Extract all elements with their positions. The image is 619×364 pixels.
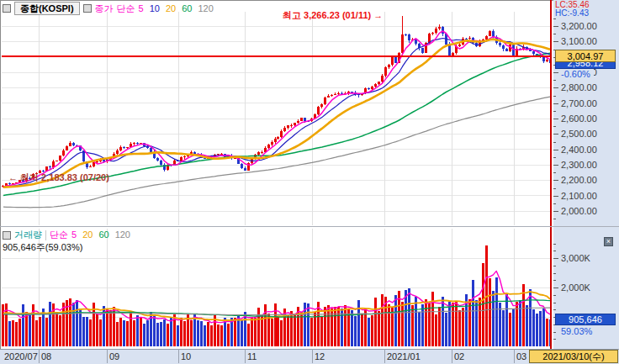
volume-axis-tick bbox=[553, 288, 558, 288]
x-axis-month-label: 12 bbox=[315, 351, 325, 361]
price-pane-legend[interactable]: 종합(KOSPI) 종가 단순 5102060120 bbox=[3, 2, 214, 15]
low-annotation: ← 최저 2,183.83 (07/20) bbox=[8, 171, 109, 184]
price-axis-tick bbox=[553, 103, 558, 104]
pane-separator[interactable] bbox=[0, 226, 619, 227]
price-axis-tick-label: 2,900.00 bbox=[561, 67, 597, 77]
price-axis-tick-label: 2,200.00 bbox=[561, 175, 597, 185]
volume-axis-tick bbox=[553, 339, 556, 340]
price-axis-tick bbox=[553, 188, 556, 189]
price-axis-tick bbox=[553, 87, 558, 88]
price-axis-tick bbox=[553, 18, 556, 19]
plot-right-border bbox=[550, 0, 552, 349]
time-axis-divider bbox=[514, 349, 515, 363]
price-axis-tick bbox=[553, 134, 558, 135]
ma-period-20-label[interactable]: 20 bbox=[82, 229, 93, 240]
price-ma-legend: 5102060120 bbox=[139, 3, 214, 14]
ma-period-60-label[interactable]: 60 bbox=[98, 229, 108, 240]
symbol-label[interactable]: 종합(KOSPI) bbox=[14, 2, 80, 15]
volume-name-label: 거래량 bbox=[14, 229, 42, 240]
price-axis-tick-label: 2,100.00 bbox=[561, 191, 597, 201]
volume-axis-tick bbox=[553, 303, 556, 303]
time-axis-divider bbox=[107, 349, 108, 363]
price-axis-tick bbox=[553, 50, 556, 50]
price-axis-tick bbox=[553, 180, 558, 181]
ma-period-60-label[interactable]: 60 bbox=[182, 3, 192, 14]
price-axis-tick-label: 2,300.00 bbox=[561, 160, 597, 170]
price-axis-labels: 3,200.003,100.003,000.002,900.002,800.00… bbox=[553, 0, 619, 227]
ma-period-20-label[interactable]: 20 bbox=[166, 3, 176, 14]
price-axis-tick-label: 2,400.00 bbox=[561, 145, 597, 155]
time-axis-divider bbox=[384, 349, 385, 363]
time-axis-divider bbox=[452, 349, 452, 363]
volume-axis-tick bbox=[553, 317, 558, 318]
price-axis-tick-label: 2,500.00 bbox=[561, 129, 597, 139]
legend-divider bbox=[45, 230, 46, 240]
chart-settings-icon[interactable] bbox=[3, 4, 11, 13]
indicator-settings-icon[interactable] bbox=[83, 4, 92, 13]
right-arrow-icon: → bbox=[373, 10, 383, 20]
volume-axis-tick bbox=[553, 273, 556, 274]
ma-period-5-label[interactable]: 5 bbox=[71, 229, 77, 240]
x-axis-month-label: 11 bbox=[247, 351, 257, 361]
volume-axis-tick bbox=[553, 244, 556, 245]
x-axis-month-label: 09 bbox=[109, 351, 119, 361]
left-arrow-icon: ← bbox=[8, 172, 18, 182]
volume-axis-tick bbox=[553, 324, 556, 325]
volume-axis-tick bbox=[553, 280, 556, 281]
volume-axis-tick bbox=[553, 251, 556, 251]
volume-axis-tick-label: 3,000K bbox=[561, 253, 590, 263]
price-axis-tick bbox=[553, 142, 556, 143]
close-volume-pane-button[interactable]: × bbox=[604, 237, 613, 246]
price-axis-tick bbox=[553, 172, 556, 173]
ma-period-5-label[interactable]: 5 bbox=[139, 3, 144, 14]
high-annotation: 최고 3,266.23 (01/11) → bbox=[283, 9, 383, 22]
price-axis-tick bbox=[553, 41, 558, 42]
ma-period-120-label[interactable]: 120 bbox=[115, 229, 130, 240]
price-axis-tick-label: 3,000.00 bbox=[561, 52, 597, 62]
price-axis-tick bbox=[553, 203, 556, 204]
price-axis-tick bbox=[553, 80, 556, 81]
low-annotation-text: 최저 2,183.83 (07/20) bbox=[20, 172, 109, 182]
price-axis-tick bbox=[553, 26, 558, 27]
volume-axis-tick bbox=[553, 309, 556, 310]
price-axis-tick bbox=[553, 119, 558, 119]
x-axis-month-label: 2021/01 bbox=[387, 351, 421, 361]
price-axis-tick-label: 2,700.00 bbox=[561, 98, 597, 108]
time-axis-divider bbox=[39, 349, 40, 363]
volume-axis-tick-label: 2,000K bbox=[561, 282, 590, 293]
lc-hc-readout: LC:35.46 HC:-9.43 bbox=[555, 1, 590, 18]
price-axis-tick bbox=[553, 219, 556, 219]
price-axis-tick bbox=[553, 196, 558, 197]
volume-axis-tick bbox=[553, 295, 556, 296]
price-axis-tick bbox=[553, 96, 556, 97]
x-axis-month-label: 10 bbox=[181, 351, 191, 361]
ma-period-10-label[interactable]: 10 bbox=[150, 3, 160, 14]
high-annotation-text: 최고 3,266.23 (01/11) bbox=[283, 10, 371, 20]
volume-summary: 905,646주(59.03%) bbox=[3, 241, 82, 254]
price-close-label: 종가 bbox=[95, 3, 114, 14]
x-axis-month-label: 02 bbox=[454, 351, 464, 361]
volume-pane-legend[interactable]: 거래량 단순 52060120 bbox=[3, 229, 130, 240]
x-axis-month-label: 08 bbox=[41, 351, 51, 361]
price-axis-tick-label: 3,100.00 bbox=[561, 36, 597, 46]
date-badge: 2021/03/10(수) bbox=[529, 350, 618, 363]
ma-period-120-label[interactable]: 120 bbox=[198, 3, 213, 14]
volume-settings-icon[interactable] bbox=[3, 231, 11, 240]
volume-axis-tick-label: 1,000K bbox=[561, 312, 590, 322]
price-axis-tick bbox=[553, 211, 558, 212]
price-axis-tick bbox=[553, 65, 556, 66]
volume-axis-tick bbox=[553, 266, 556, 266]
price-axis-tick bbox=[553, 150, 558, 150]
stock-chart-window: 종합(KOSPI) 종가 단순 5102060120 거래량 단순 520601… bbox=[0, 0, 619, 364]
price-axis-tick bbox=[553, 111, 556, 112]
price-axis-tick bbox=[553, 165, 558, 166]
volume-axis-tick bbox=[553, 332, 556, 333]
time-axis-divider bbox=[312, 349, 313, 363]
volume-ma-legend: 52060120 bbox=[71, 229, 130, 240]
time-axis-divider bbox=[178, 349, 179, 363]
volume-axis-tick bbox=[553, 258, 558, 259]
price-axis-tick bbox=[553, 34, 556, 34]
price-axis-tick-label: 2,000.00 bbox=[561, 206, 597, 216]
x-axis-month-label: 2020/07 bbox=[4, 351, 38, 361]
price-axis-tick-label: 2,800.00 bbox=[561, 82, 597, 92]
